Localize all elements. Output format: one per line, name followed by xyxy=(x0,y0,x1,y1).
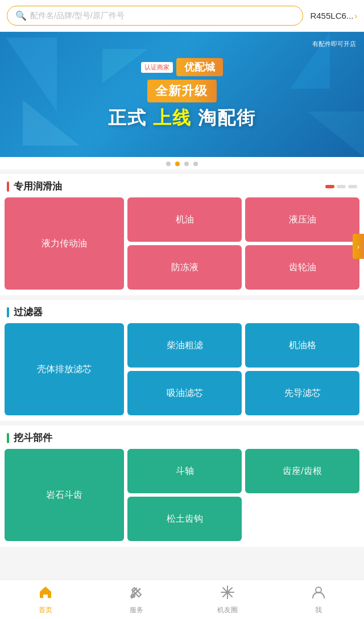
lubricants-grid: 液力传动油 机油 液压油 防冻液 齿轮油 › xyxy=(0,197,364,295)
nav-home-label: 首页 xyxy=(39,605,52,615)
banner-dot-3[interactable] xyxy=(184,162,189,166)
nav-community-label: 机友圈 xyxy=(217,605,238,615)
header: 🔍 配件名/品牌/型号/原厂件号 R455LC6... › xyxy=(0,0,364,32)
bucket-cell-3[interactable]: 松土齿钩 xyxy=(127,497,242,541)
brand-badge: 优配城 xyxy=(176,58,223,76)
nav-dot-1[interactable] xyxy=(337,185,346,188)
snowflake-icon xyxy=(220,584,235,604)
chevron-right-icon: › xyxy=(354,11,357,20)
bottom-nav: 首页 服务 机友圈 xyxy=(0,579,364,619)
section-bucket-title: 挖斗部件 xyxy=(14,431,357,444)
nav-service-label: 服务 xyxy=(130,605,143,615)
section-filters: 过滤器 壳体排放滤芯 柴油粗滤 机油格 吸油滤芯 先导滤芯 xyxy=(0,300,364,421)
filters-grid-inner: 壳体排放滤芯 柴油粗滤 机油格 吸油滤芯 先导滤芯 xyxy=(0,323,364,415)
bucket-cell-1[interactable]: 斗轴 xyxy=(127,449,242,493)
svg-point-7 xyxy=(226,591,229,594)
search-box[interactable]: 🔍 配件名/品牌/型号/原厂件号 xyxy=(7,6,303,26)
filters-cell-2[interactable]: 机油格 xyxy=(245,323,359,368)
lubricants-grid-inner: 液力传动油 机油 液压油 防冻液 齿轮油 xyxy=(0,197,364,290)
bucket-cell-0[interactable]: 岩石斗齿 xyxy=(5,449,124,541)
section-bucket: 挖斗部件 岩石斗齿 斗轴 齿座/齿根 松土齿钩 xyxy=(0,426,364,547)
lubricants-grid-right: 机油 液压油 防冻液 齿轮油 xyxy=(127,197,359,290)
search-icon: 🔍 xyxy=(15,10,27,21)
vehicle-label-text: R455LC6... xyxy=(310,11,353,20)
nav-community[interactable]: 机友圈 xyxy=(182,580,273,619)
vehicle-selector[interactable]: R455LC6... › xyxy=(310,11,357,20)
section-lubricants-title: 专用润滑油 xyxy=(14,180,325,193)
banner-dot-4[interactable] xyxy=(193,162,198,166)
banner-content: 认证商家 优配城 全新升级 正式 上线 淘配街 xyxy=(108,58,256,131)
person-icon xyxy=(311,584,326,604)
section-bucket-header: 挖斗部件 xyxy=(0,426,364,449)
banner-main-text: 全新升级 正式 上线 淘配街 xyxy=(108,80,256,131)
nav-dot-active[interactable] xyxy=(325,185,334,188)
lubricants-cell-3[interactable]: 防冻液 xyxy=(127,245,242,290)
search-placeholder: 配件名/品牌/型号/原厂件号 xyxy=(30,11,125,21)
banner: 认证商家 优配城 全新升级 正式 上线 淘配街 有配件即可开店 xyxy=(0,32,364,157)
section-filters-title: 过滤器 xyxy=(14,306,357,319)
banner-line1: 全新升级 xyxy=(147,80,217,102)
section-arrow-button[interactable]: › xyxy=(353,234,364,259)
filters-cell-3[interactable]: 吸油滤芯 xyxy=(127,371,242,415)
filters-cell-4[interactable]: 先导滤芯 xyxy=(245,371,359,415)
bucket-cell-2[interactable]: 齿座/齿根 xyxy=(245,449,359,493)
section-nav xyxy=(325,185,357,188)
nav-profile-label: 我 xyxy=(315,605,322,615)
auth-badge: 认证商家 xyxy=(141,62,173,73)
bucket-grid-inner: 岩石斗齿 斗轴 齿座/齿根 松土齿钩 xyxy=(0,449,364,541)
bucket-grid: 岩石斗齿 斗轴 齿座/齿根 松土齿钩 xyxy=(0,449,364,547)
filters-cell-1[interactable]: 柴油粗滤 xyxy=(127,323,242,368)
section-bar-bucket-icon xyxy=(7,433,9,443)
nav-home[interactable]: 首页 xyxy=(0,580,91,619)
lubricants-cell-0[interactable]: 液力传动油 xyxy=(5,197,124,290)
lubricants-cell-2[interactable]: 液压油 xyxy=(245,197,359,242)
nav-service[interactable]: 服务 xyxy=(91,580,182,619)
tools-icon xyxy=(129,584,144,604)
nav-profile[interactable]: 我 xyxy=(273,580,364,619)
section-lubricants-header: 专用润滑油 xyxy=(0,174,364,197)
section-filters-header: 过滤器 xyxy=(0,300,364,323)
filters-grid: 壳体排放滤芯 柴油粗滤 机油格 吸油滤芯 先导滤芯 xyxy=(0,323,364,421)
banner-line2: 正式 上线 淘配街 xyxy=(108,106,256,131)
section-lubricants: 专用润滑油 液力传动油 机油 液压油 防冻液 齿轮油 xyxy=(0,174,364,295)
lubricants-cell-1[interactable]: 机油 xyxy=(127,197,242,242)
section-bar-icon xyxy=(7,181,9,192)
lubricants-cell-4[interactable]: 齿轮油 xyxy=(245,245,359,290)
banner-dot-2[interactable] xyxy=(175,162,180,166)
home-icon xyxy=(38,584,53,604)
banner-badge-row: 认证商家 优配城 xyxy=(141,58,223,76)
banner-corner-tag: 有配件即可开店 xyxy=(312,40,356,48)
section-bar-filters-icon xyxy=(7,307,9,317)
bucket-grid-right: 斗轴 齿座/齿根 松土齿钩 xyxy=(127,449,359,541)
banner-dot-1[interactable] xyxy=(166,162,171,166)
nav-dot-2[interactable] xyxy=(348,185,357,188)
filters-cell-0[interactable]: 壳体排放滤芯 xyxy=(5,323,124,415)
banner-dots xyxy=(0,157,364,170)
filters-grid-right: 柴油粗滤 机油格 吸油滤芯 先导滤芯 xyxy=(127,323,359,415)
